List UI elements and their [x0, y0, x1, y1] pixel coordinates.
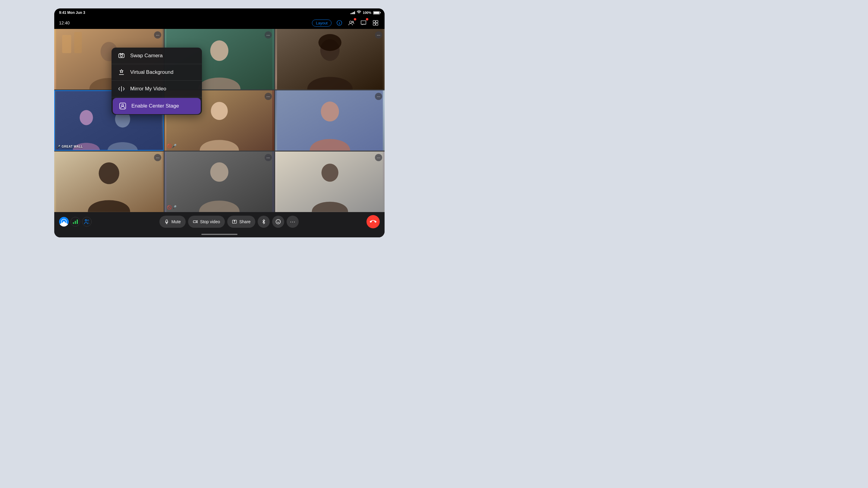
swap-camera-label: Swap Camera — [130, 53, 163, 59]
end-call-button[interactable] — [367, 215, 380, 228]
toolbar: Mute Stop video Share — [54, 212, 384, 231]
svg-rect-4 — [373, 21, 375, 23]
more-options-icon: ··· — [290, 219, 296, 225]
swap-camera-icon — [118, 52, 125, 60]
video-placeholder-8 — [164, 152, 274, 212]
muted-icon-5: 🚫🎤 — [167, 144, 177, 148]
svg-point-2 — [350, 21, 352, 23]
grid-button[interactable] — [371, 19, 380, 27]
chat-button[interactable] — [359, 19, 368, 27]
video-cell-8: ··· 🚫🎤 — [164, 152, 274, 212]
info-button[interactable]: i — [335, 19, 344, 27]
virtual-background-icon — [118, 68, 125, 76]
svg-point-48 — [276, 220, 281, 224]
signal-bars-icon — [350, 11, 355, 14]
share-label: Share — [239, 219, 250, 224]
svg-rect-40 — [77, 220, 78, 224]
svg-point-25 — [99, 162, 119, 184]
video-cell-3: ··· — [275, 29, 384, 90]
svg-rect-7 — [376, 23, 378, 25]
svg-point-23 — [321, 101, 339, 121]
mute-label: Mute — [172, 219, 181, 224]
participant-name-4: GREAT WALL — [62, 145, 83, 148]
battery-percent: 100% — [363, 11, 371, 14]
device-frame: 9:41 Mon Jun 3 100% — [54, 8, 384, 237]
center-stage-icon — [119, 102, 127, 110]
mirror-video-icon — [118, 85, 125, 93]
svg-point-27 — [210, 162, 228, 182]
header: 12:40 Layout i — [54, 17, 384, 29]
svg-point-21 — [211, 102, 228, 120]
share-button[interactable]: Share — [227, 216, 255, 228]
toolbar-center-controls: Mute Stop video Share — [159, 216, 299, 228]
svg-rect-6 — [373, 23, 375, 25]
svg-point-3 — [352, 21, 353, 23]
battery-fill — [374, 12, 379, 14]
more-options-button[interactable]: ··· — [287, 216, 299, 228]
muted-icon-8: 🚫🎤 — [167, 205, 177, 210]
video-cell-7: ··· — [54, 152, 164, 212]
more-button-2[interactable]: ··· — [265, 31, 272, 38]
status-bar: 9:41 Mon Jun 3 100% — [54, 8, 384, 17]
layout-button[interactable]: Layout — [312, 20, 332, 27]
svg-text:i: i — [339, 22, 340, 25]
svg-rect-45 — [193, 221, 196, 223]
participants-button[interactable] — [347, 19, 355, 27]
svg-rect-11 — [74, 32, 82, 53]
more-button-5[interactable]: ··· — [265, 93, 272, 100]
bluetooth-button[interactable] — [258, 216, 270, 228]
virtual-background-label: Virtual Background — [130, 69, 173, 75]
reactions-button[interactable] — [272, 216, 284, 228]
stop-video-label: Stop video — [200, 219, 220, 224]
wifi-icon — [357, 10, 361, 15]
home-indicator — [54, 231, 384, 237]
video-cell-9: ··· — [275, 152, 384, 212]
participant-label-4: 🎤 GREAT WALL — [57, 145, 83, 148]
svg-rect-10 — [62, 35, 71, 53]
webex-app-icon[interactable] — [59, 217, 69, 227]
menu-item-center-stage[interactable]: Enable Center Stage — [113, 98, 201, 114]
svg-point-16 — [318, 34, 341, 51]
mute-button[interactable]: Mute — [159, 216, 186, 228]
svg-point-18 — [80, 110, 93, 125]
people-icon[interactable] — [82, 217, 92, 227]
more-button-6[interactable]: ··· — [375, 93, 382, 100]
svg-rect-5 — [376, 21, 378, 23]
svg-point-41 — [85, 220, 87, 221]
video-placeholder-7 — [54, 152, 164, 212]
header-time: 12:40 — [59, 21, 70, 25]
toolbar-right — [367, 215, 380, 228]
header-controls: Layout i — [312, 19, 380, 27]
svg-rect-30 — [119, 54, 124, 58]
svg-rect-38 — [73, 222, 74, 224]
toolbar-left-apps — [59, 217, 92, 227]
participants-badge — [354, 18, 356, 21]
context-menu: Swap Camera Virtual Background Mirror My… — [112, 47, 202, 115]
stats-icon[interactable] — [70, 217, 80, 227]
video-placeholder-9 — [275, 152, 384, 212]
video-placeholder-6 — [275, 90, 384, 151]
svg-point-29 — [321, 164, 338, 182]
stop-video-button[interactable]: Stop video — [188, 216, 225, 228]
status-bar-right: 100% — [350, 10, 380, 15]
mic-icon-4: 🎤 — [57, 145, 61, 148]
more-button-3[interactable]: ··· — [375, 31, 382, 38]
more-button-8[interactable]: ··· — [265, 154, 272, 161]
menu-item-virtual-background[interactable]: Virtual Background — [112, 64, 202, 81]
menu-item-swap-camera[interactable]: Swap Camera — [112, 47, 202, 64]
status-bar-left: 9:41 Mon Jun 3 — [59, 10, 85, 15]
svg-point-31 — [120, 55, 122, 57]
svg-rect-39 — [75, 221, 76, 224]
svg-point-42 — [87, 220, 89, 221]
svg-point-13 — [210, 40, 228, 61]
battery-icon — [373, 11, 380, 14]
center-stage-label: Enable Center Stage — [131, 103, 179, 109]
home-bar — [201, 234, 238, 235]
video-placeholder-3 — [275, 29, 384, 90]
video-cell-6: ··· — [275, 90, 384, 151]
mirror-video-label: Mirror My Video — [130, 86, 166, 92]
svg-point-35 — [122, 104, 124, 106]
menu-item-mirror-video[interactable]: Mirror My Video — [112, 81, 202, 97]
chat-badge — [366, 18, 368, 21]
video-grid: ··· ··· — [54, 29, 384, 212]
